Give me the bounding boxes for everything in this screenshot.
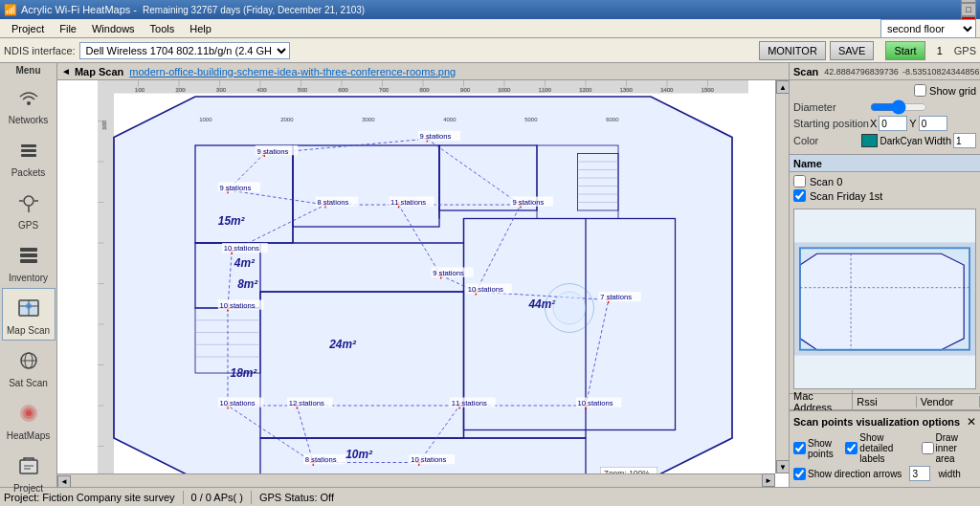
menu-project[interactable]: Project [4, 21, 52, 36]
scan-title: Scan [793, 66, 818, 77]
scan0-checkbox[interactable] [793, 175, 806, 187]
show-detailed-checkbox[interactable] [845, 442, 858, 454]
map-nav-arrow[interactable]: ◄ [61, 66, 71, 77]
floor-select[interactable]: second floor [880, 19, 976, 38]
svg-text:5000: 5000 [524, 117, 538, 122]
center-panel: ◄ Map Scan modern-office-building-scheme… [57, 63, 789, 487]
scan1-checkbox[interactable] [793, 189, 806, 202]
svg-text:500: 500 [298, 87, 308, 93]
svg-text:1200: 1200 [579, 87, 592, 93]
blueprint-canvas[interactable]: 100 200 300 400 500 600 700 800 900 1000… [57, 80, 789, 487]
color-swatch[interactable] [861, 134, 879, 147]
scan-options-close-button[interactable]: ✕ [967, 415, 976, 429]
draw-inner-checkbox[interactable] [922, 442, 934, 454]
map-section-label: Map Scan [75, 66, 123, 77]
diameter-label: Diameter [793, 101, 870, 113]
svg-text:10m²: 10m² [345, 448, 373, 461]
inventory-label: Inventory [9, 273, 48, 283]
show-direction-checkbox[interactable] [793, 468, 806, 480]
start-button[interactable]: Start [885, 41, 924, 60]
name-column-label: Name [793, 158, 822, 169]
project-status: Project: Fiction Company site survey [4, 492, 175, 503]
sat-scan-label: Sat Scan [9, 378, 48, 388]
sidebar-item-inventory[interactable]: Inventory [2, 235, 56, 288]
map-wrap[interactable]: 100 200 300 400 500 600 700 800 900 1000… [57, 80, 789, 487]
show-points-checkbox[interactable] [793, 442, 806, 454]
svg-text:1000: 1000 [498, 87, 511, 93]
svg-text:200: 200 [176, 87, 187, 93]
monitor-button[interactable]: MONITOR [759, 41, 826, 60]
save-button[interactable]: SAVE [830, 41, 875, 60]
status-separator-1 [183, 491, 184, 504]
width-label: Width [924, 135, 951, 146]
svg-rect-5 [20, 248, 37, 252]
svg-rect-2 [21, 149, 36, 152]
scan-option-row-1: Show points Show detailed labels Draw in… [793, 432, 976, 464]
gps-sidebar-label: GPS [18, 220, 38, 231]
adapter-select[interactable]: Dell Wireless 1704 802.11b/g/n (2.4 GHz) [79, 42, 290, 59]
width-input[interactable] [953, 133, 976, 148]
show-grid-checkbox[interactable] [914, 84, 926, 97]
maximize-button[interactable]: □ [961, 3, 976, 16]
show-detailed-label: Show detailed labels [859, 432, 913, 464]
sidebar: Menu Networks Packets [0, 63, 57, 487]
menu-tools[interactable]: Tools [143, 21, 183, 36]
svg-text:1000: 1000 [199, 117, 212, 122]
y-input[interactable] [919, 116, 947, 131]
scan-count: 1 [937, 45, 943, 56]
svg-text:4000: 4000 [443, 117, 457, 122]
show-detailed-option[interactable]: Show detailed labels [845, 432, 913, 464]
menu-help[interactable]: Help [182, 21, 219, 36]
packets-icon [13, 135, 44, 165]
svg-text:9 stations: 9 stations [257, 147, 289, 156]
menu-file[interactable]: File [52, 21, 84, 36]
color-label: Color [793, 135, 859, 146]
sidebar-item-networks[interactable]: Networks [2, 77, 56, 130]
x-input[interactable] [879, 116, 907, 131]
titlebar-title: Acrylic Wi-Fi HeatMaps - [21, 4, 137, 15]
sidebar-item-gps[interactable]: GPS [2, 183, 56, 235]
show-direction-option[interactable]: Show direction arrows [793, 468, 902, 480]
arrows-count-input[interactable] [909, 466, 930, 481]
svg-text:1400: 1400 [660, 87, 674, 93]
sidebar-item-map-scan[interactable]: Map Scan [2, 288, 56, 341]
diameter-slider[interactable] [870, 100, 927, 114]
scroll-down-button[interactable]: ▼ [776, 460, 789, 473]
titlebar-icon: 📶 [4, 4, 17, 16]
scan-coord-x: 42.8884796839736 [824, 67, 899, 77]
x-label: X [870, 118, 877, 129]
svg-text:9 stations: 9 stations [219, 184, 251, 192]
starting-pos-label: Starting position [793, 118, 870, 129]
vertical-scrollbar[interactable]: ▲ ▼ [775, 80, 789, 473]
sidebar-item-heatmaps[interactable]: HeatMaps [2, 393, 56, 446]
horizontal-scrollbar[interactable]: ◄ ► [57, 473, 775, 487]
svg-text:100: 100 [135, 87, 145, 93]
scan-coord-y: -8.53510824344856 [902, 67, 980, 77]
minimap[interactable] [793, 209, 976, 389]
scroll-left-button[interactable]: ◄ [57, 475, 71, 488]
sidebar-item-sat-scan[interactable]: Sat Scan [2, 341, 56, 393]
svg-point-187 [553, 292, 586, 324]
show-points-option[interactable]: Show points [793, 438, 837, 459]
scroll-up-button[interactable]: ▲ [776, 80, 789, 94]
svg-text:7 stations: 7 stations [600, 293, 632, 301]
draw-inner-option[interactable]: Draw inner area [922, 432, 976, 464]
sidebar-item-packets[interactable]: Packets [2, 130, 56, 183]
map-scan-label: Map Scan [7, 325, 50, 336]
svg-text:100: 100 [101, 120, 107, 130]
menu-windows[interactable]: Windows [84, 21, 143, 36]
packets-label: Packets [11, 167, 46, 178]
map-file-title[interactable]: modern-office-building-scheme-idea-with-… [129, 66, 456, 77]
scroll-right-button[interactable]: ► [762, 473, 775, 487]
scan-list-item-0[interactable]: Scan 0 [791, 174, 978, 188]
scan-options-header: Scan points visualization options ✕ [793, 415, 976, 429]
name-header: Name [790, 155, 980, 172]
svg-text:1300: 1300 [620, 87, 634, 93]
svg-point-14 [26, 410, 32, 416]
scan-list-item-1[interactable]: Scan Friday 1st [791, 188, 978, 203]
svg-text:24m²: 24m² [328, 339, 357, 352]
svg-marker-63 [114, 97, 732, 479]
scan-option-row-2: Show direction arrows width [793, 466, 976, 481]
svg-rect-3 [21, 154, 36, 157]
svg-text:11 stations: 11 stations [452, 399, 487, 407]
